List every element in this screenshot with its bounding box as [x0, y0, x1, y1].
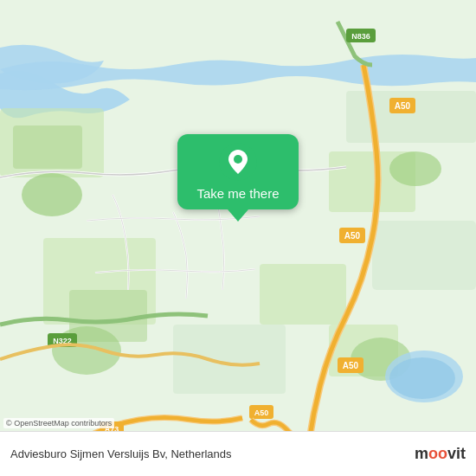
svg-rect-7 [260, 264, 346, 325]
bottom-bar: Adviesburo Sijmen Versluijs Bv, Netherla… [0, 431, 476, 476]
location-pin-icon [219, 143, 257, 181]
popup-bubble[interactable]: Take me there [177, 134, 299, 209]
svg-text:N836: N836 [351, 32, 370, 41]
svg-point-11 [389, 151, 441, 186]
svg-point-15 [389, 357, 455, 399]
map-svg: A50 A50 A50 N836 N322 A73 A50 [0, 0, 476, 476]
popup-arrow [228, 209, 248, 222]
location-popup[interactable]: Take me there [177, 134, 299, 222]
svg-rect-1 [13, 125, 82, 169]
moovit-logo: moovit [415, 445, 466, 463]
svg-point-31 [234, 155, 242, 164]
moovit-logo-text: moovit [415, 445, 466, 463]
svg-text:A50: A50 [254, 408, 269, 417]
svg-text:A50: A50 [343, 361, 359, 370]
take-me-there-label: Take me there [196, 186, 279, 201]
map-container: A50 A50 A50 N836 N322 A73 A50 [0, 0, 476, 476]
svg-rect-8 [173, 325, 286, 394]
svg-text:A50: A50 [344, 231, 361, 241]
attribution: © OpenStreetMap contributors [3, 418, 114, 428]
svg-rect-4 [372, 221, 476, 290]
svg-point-10 [22, 173, 82, 216]
svg-text:A50: A50 [395, 101, 411, 111]
business-name: Adviesburo Sijmen Versluijs Bv, Netherla… [10, 447, 232, 460]
